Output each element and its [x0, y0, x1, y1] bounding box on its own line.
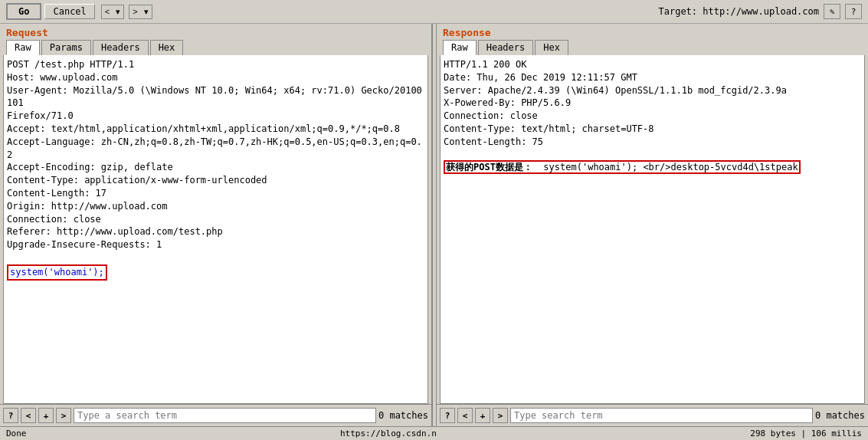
- response-tabs: Raw Headers Hex: [437, 40, 868, 55]
- forward-button[interactable]: >: [129, 5, 140, 19]
- toolbar: Go Cancel < ▾ > ▾ Target: http://www.upl…: [0, 0, 868, 24]
- forward-dropdown-button[interactable]: ▾: [141, 5, 152, 19]
- response-panel: Response Raw Headers Hex HTTP/1.1 200 OK…: [437, 24, 868, 426]
- request-content: POST /test.php HTTP/1.1 Host: www.upload…: [7, 58, 424, 281]
- status-left: Done: [6, 429, 27, 438]
- response-search-input[interactable]: [510, 408, 813, 423]
- status-right: 298 bytes | 106 millis: [750, 429, 862, 438]
- request-search-next[interactable]: >: [56, 408, 71, 423]
- request-content-area[interactable]: POST /test.php HTTP/1.1 Host: www.upload…: [3, 55, 428, 404]
- status-bar: Done https://blog.csdn.n 298 bytes | 106…: [0, 426, 868, 440]
- tab-response-raw[interactable]: Raw: [443, 40, 477, 55]
- request-search-prev[interactable]: <: [21, 408, 36, 423]
- response-search-next[interactable]: >: [493, 408, 508, 423]
- request-tabs: Raw Params Headers Hex: [0, 40, 431, 55]
- request-search-next-plus[interactable]: +: [38, 408, 54, 423]
- response-search-prev[interactable]: <: [457, 408, 473, 423]
- request-search-input[interactable]: [74, 408, 376, 423]
- response-panel-title: Response: [437, 24, 868, 40]
- request-payload: system('whoami');: [7, 264, 107, 281]
- toolbar-right: Target: http://www.upload.com ✎ ?: [658, 4, 862, 19]
- response-match-count: 0 matches: [815, 410, 865, 421]
- back-dropdown-button[interactable]: ▾: [113, 5, 124, 19]
- request-match-count: 0 matches: [378, 410, 428, 421]
- request-search-bar: ? < + > 0 matches: [0, 404, 431, 426]
- request-panel-title: Request: [0, 24, 431, 40]
- request-search-help[interactable]: ?: [3, 408, 18, 423]
- request-panel: Request Raw Params Headers Hex POST /tes…: [0, 24, 432, 426]
- response-search-next-plus[interactable]: +: [475, 408, 490, 423]
- response-search-bar: ? < + > 0 matches: [437, 404, 868, 426]
- go-button[interactable]: Go: [6, 3, 41, 20]
- tab-request-headers[interactable]: Headers: [93, 40, 149, 55]
- tab-request-raw[interactable]: Raw: [6, 40, 40, 55]
- main-content: Request Raw Params Headers Hex POST /tes…: [0, 24, 868, 426]
- edit-button[interactable]: ✎: [824, 4, 840, 19]
- cancel-button[interactable]: Cancel: [44, 4, 94, 19]
- status-middle: https://blog.csdn.n: [340, 429, 437, 438]
- tab-response-hex[interactable]: Hex: [535, 40, 568, 55]
- tab-request-hex[interactable]: Hex: [150, 40, 184, 55]
- help-button[interactable]: ?: [845, 4, 862, 19]
- response-search-help[interactable]: ?: [440, 408, 455, 423]
- back-button[interactable]: <: [101, 5, 113, 19]
- target-label: Target: http://www.upload.com: [658, 6, 819, 17]
- response-content: HTTP/1.1 200 OK Date: Thu, 26 Dec 2019 1…: [444, 58, 861, 174]
- response-highlighted: 获得的POST数据是： system('whoami'); <br/>deskt…: [444, 160, 801, 174]
- tab-response-headers[interactable]: Headers: [478, 40, 534, 55]
- response-content-area[interactable]: HTTP/1.1 200 OK Date: Thu, 26 Dec 2019 1…: [440, 55, 865, 404]
- tab-request-params[interactable]: Params: [41, 40, 91, 55]
